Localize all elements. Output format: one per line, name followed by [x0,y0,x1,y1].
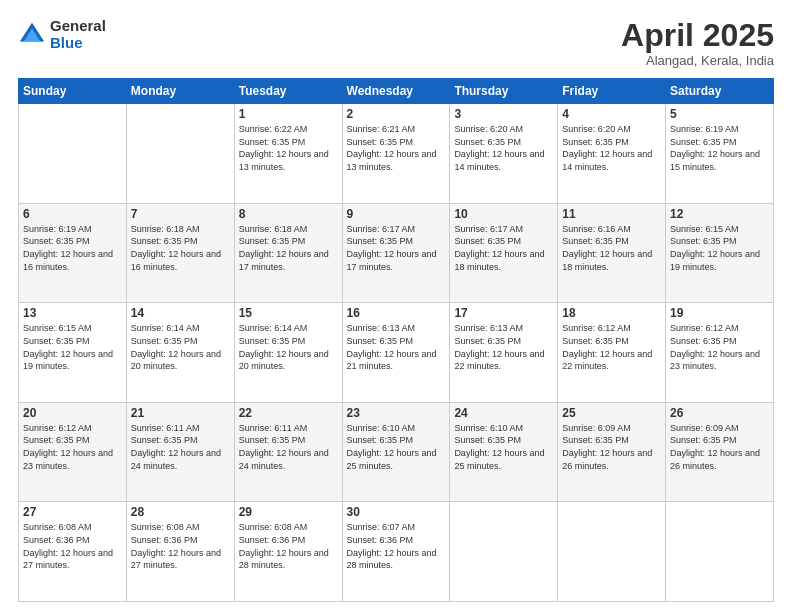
table-row: 8Sunrise: 6:18 AM Sunset: 6:35 PM Daylig… [234,203,342,303]
calendar-week-4: 20Sunrise: 6:12 AM Sunset: 6:35 PM Dayli… [19,402,774,502]
day-number: 12 [670,207,769,221]
header: General Blue April 2025 Alangad, Kerala,… [18,18,774,68]
day-info: Sunrise: 6:12 AM Sunset: 6:35 PM Dayligh… [670,322,769,372]
table-row [19,104,127,204]
day-info: Sunrise: 6:17 AM Sunset: 6:35 PM Dayligh… [347,223,446,273]
day-number: 15 [239,306,338,320]
table-row: 27Sunrise: 6:08 AM Sunset: 6:36 PM Dayli… [19,502,127,602]
day-number: 22 [239,406,338,420]
day-info: Sunrise: 6:21 AM Sunset: 6:35 PM Dayligh… [347,123,446,173]
day-number: 18 [562,306,661,320]
day-number: 23 [347,406,446,420]
day-info: Sunrise: 6:15 AM Sunset: 6:35 PM Dayligh… [670,223,769,273]
day-info: Sunrise: 6:17 AM Sunset: 6:35 PM Dayligh… [454,223,553,273]
day-info: Sunrise: 6:10 AM Sunset: 6:35 PM Dayligh… [454,422,553,472]
table-row: 29Sunrise: 6:08 AM Sunset: 6:36 PM Dayli… [234,502,342,602]
day-number: 11 [562,207,661,221]
day-info: Sunrise: 6:15 AM Sunset: 6:35 PM Dayligh… [23,322,122,372]
table-row: 3Sunrise: 6:20 AM Sunset: 6:35 PM Daylig… [450,104,558,204]
calendar-week-3: 13Sunrise: 6:15 AM Sunset: 6:35 PM Dayli… [19,303,774,403]
day-number: 29 [239,505,338,519]
table-row: 14Sunrise: 6:14 AM Sunset: 6:35 PM Dayli… [126,303,234,403]
table-row [450,502,558,602]
day-info: Sunrise: 6:16 AM Sunset: 6:35 PM Dayligh… [562,223,661,273]
table-row: 28Sunrise: 6:08 AM Sunset: 6:36 PM Dayli… [126,502,234,602]
day-number: 4 [562,107,661,121]
day-number: 28 [131,505,230,519]
day-info: Sunrise: 6:13 AM Sunset: 6:35 PM Dayligh… [347,322,446,372]
day-info: Sunrise: 6:09 AM Sunset: 6:35 PM Dayligh… [562,422,661,472]
calendar-week-1: 1Sunrise: 6:22 AM Sunset: 6:35 PM Daylig… [19,104,774,204]
day-info: Sunrise: 6:07 AM Sunset: 6:36 PM Dayligh… [347,521,446,571]
col-tuesday: Tuesday [234,79,342,104]
day-info: Sunrise: 6:20 AM Sunset: 6:35 PM Dayligh… [562,123,661,173]
table-row: 12Sunrise: 6:15 AM Sunset: 6:35 PM Dayli… [666,203,774,303]
table-row: 30Sunrise: 6:07 AM Sunset: 6:36 PM Dayli… [342,502,450,602]
title-block: April 2025 Alangad, Kerala, India [621,18,774,68]
table-row: 22Sunrise: 6:11 AM Sunset: 6:35 PM Dayli… [234,402,342,502]
calendar-table: Sunday Monday Tuesday Wednesday Thursday… [18,78,774,602]
day-info: Sunrise: 6:08 AM Sunset: 6:36 PM Dayligh… [23,521,122,571]
day-number: 17 [454,306,553,320]
day-info: Sunrise: 6:10 AM Sunset: 6:35 PM Dayligh… [347,422,446,472]
day-info: Sunrise: 6:22 AM Sunset: 6:35 PM Dayligh… [239,123,338,173]
logo-general: General [50,18,106,35]
day-number: 30 [347,505,446,519]
table-row [126,104,234,204]
col-saturday: Saturday [666,79,774,104]
day-number: 13 [23,306,122,320]
table-row: 23Sunrise: 6:10 AM Sunset: 6:35 PM Dayli… [342,402,450,502]
day-info: Sunrise: 6:08 AM Sunset: 6:36 PM Dayligh… [239,521,338,571]
day-info: Sunrise: 6:09 AM Sunset: 6:35 PM Dayligh… [670,422,769,472]
day-number: 6 [23,207,122,221]
col-monday: Monday [126,79,234,104]
day-number: 10 [454,207,553,221]
logo-text: General Blue [50,18,106,51]
table-row: 26Sunrise: 6:09 AM Sunset: 6:35 PM Dayli… [666,402,774,502]
day-info: Sunrise: 6:20 AM Sunset: 6:35 PM Dayligh… [454,123,553,173]
day-info: Sunrise: 6:14 AM Sunset: 6:35 PM Dayligh… [131,322,230,372]
table-row: 19Sunrise: 6:12 AM Sunset: 6:35 PM Dayli… [666,303,774,403]
day-info: Sunrise: 6:11 AM Sunset: 6:35 PM Dayligh… [239,422,338,472]
day-number: 26 [670,406,769,420]
day-info: Sunrise: 6:12 AM Sunset: 6:35 PM Dayligh… [562,322,661,372]
day-info: Sunrise: 6:12 AM Sunset: 6:35 PM Dayligh… [23,422,122,472]
day-number: 27 [23,505,122,519]
table-row: 13Sunrise: 6:15 AM Sunset: 6:35 PM Dayli… [19,303,127,403]
col-thursday: Thursday [450,79,558,104]
calendar-week-5: 27Sunrise: 6:08 AM Sunset: 6:36 PM Dayli… [19,502,774,602]
day-info: Sunrise: 6:14 AM Sunset: 6:35 PM Dayligh… [239,322,338,372]
table-row: 20Sunrise: 6:12 AM Sunset: 6:35 PM Dayli… [19,402,127,502]
day-number: 24 [454,406,553,420]
table-row: 10Sunrise: 6:17 AM Sunset: 6:35 PM Dayli… [450,203,558,303]
col-friday: Friday [558,79,666,104]
day-info: Sunrise: 6:18 AM Sunset: 6:35 PM Dayligh… [131,223,230,273]
day-info: Sunrise: 6:13 AM Sunset: 6:35 PM Dayligh… [454,322,553,372]
calendar-week-2: 6Sunrise: 6:19 AM Sunset: 6:35 PM Daylig… [19,203,774,303]
logo-blue: Blue [50,35,106,52]
table-row: 9Sunrise: 6:17 AM Sunset: 6:35 PM Daylig… [342,203,450,303]
logo-icon [18,21,46,49]
table-row [666,502,774,602]
day-number: 9 [347,207,446,221]
day-number: 2 [347,107,446,121]
table-row: 7Sunrise: 6:18 AM Sunset: 6:35 PM Daylig… [126,203,234,303]
table-row: 18Sunrise: 6:12 AM Sunset: 6:35 PM Dayli… [558,303,666,403]
table-row [558,502,666,602]
table-row: 17Sunrise: 6:13 AM Sunset: 6:35 PM Dayli… [450,303,558,403]
day-info: Sunrise: 6:19 AM Sunset: 6:35 PM Dayligh… [670,123,769,173]
col-wednesday: Wednesday [342,79,450,104]
day-number: 5 [670,107,769,121]
table-row: 4Sunrise: 6:20 AM Sunset: 6:35 PM Daylig… [558,104,666,204]
calendar-header-row: Sunday Monday Tuesday Wednesday Thursday… [19,79,774,104]
day-number: 16 [347,306,446,320]
table-row: 24Sunrise: 6:10 AM Sunset: 6:35 PM Dayli… [450,402,558,502]
day-number: 19 [670,306,769,320]
day-number: 1 [239,107,338,121]
table-row: 11Sunrise: 6:16 AM Sunset: 6:35 PM Dayli… [558,203,666,303]
day-number: 25 [562,406,661,420]
day-info: Sunrise: 6:18 AM Sunset: 6:35 PM Dayligh… [239,223,338,273]
day-number: 20 [23,406,122,420]
day-number: 8 [239,207,338,221]
col-sunday: Sunday [19,79,127,104]
